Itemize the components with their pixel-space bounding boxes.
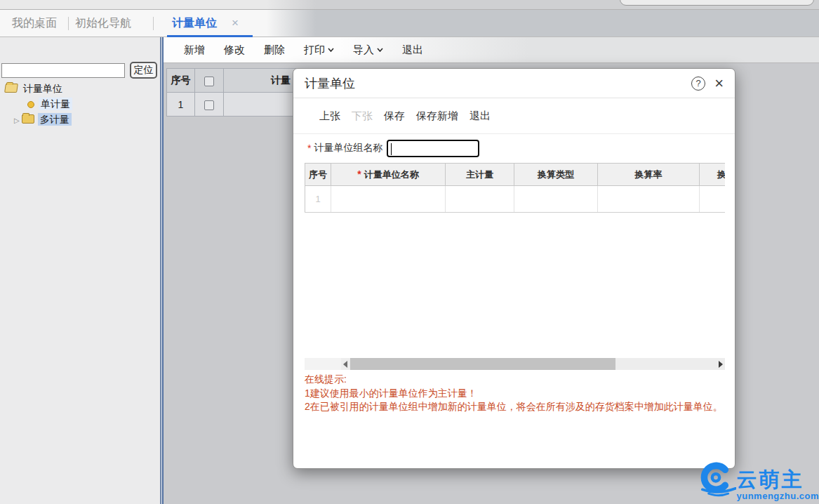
prev-record-button[interactable]: 上张	[319, 110, 340, 123]
print-dropdown-button[interactable]: 打印	[304, 44, 334, 57]
detail-header-row: 序号 *计量单位名称 主计量 换算类型 换算率 换	[305, 164, 726, 186]
scrollbar-thumb[interactable]	[350, 358, 615, 370]
select-all-checkbox[interactable]	[204, 77, 214, 86]
group-name-input[interactable]	[387, 140, 479, 157]
unit-detail-table-wrap: 序号 *计量单位名称 主计量 换算类型 换算率 换 1	[305, 163, 725, 213]
top-strip	[0, 0, 819, 10]
save-and-new-button[interactable]: 保存新增	[416, 110, 458, 123]
detail-main-unit-cell[interactable]	[446, 186, 514, 213]
unit-detail-table: 序号 *计量单位名称 主计量 换算类型 换算率 换 1	[305, 163, 725, 213]
scrollbar-track[interactable]	[615, 358, 716, 370]
save-button[interactable]: 保存	[384, 110, 405, 123]
col-index: 序号	[305, 164, 331, 186]
dialog-toolbar: 上张 下张 保存 保存新增 退出	[293, 98, 735, 134]
chevron-down-icon	[328, 48, 334, 52]
detail-row[interactable]: 1	[305, 186, 726, 213]
detail-name-cell[interactable]	[331, 186, 446, 213]
scroll-left-button[interactable]	[341, 358, 350, 370]
main-toolbar: 新增 修改 删除 打印 导入 退出	[164, 37, 819, 63]
tab-divider	[68, 17, 69, 30]
hint-line-2: 2在已被引用的计量单位组中增加新的计量单位，将会在所有涉及的存货档案中增加此计量…	[305, 400, 726, 414]
top-search-box-partial[interactable]	[620, 0, 814, 6]
edit-button[interactable]: 修改	[224, 44, 245, 57]
locate-button[interactable]: 定位	[130, 62, 157, 79]
measure-unit-dialog: 计量单位 ? × 上张 下张 保存 保存新增 退出 * 计量单位组名称 序号 *…	[293, 68, 735, 469]
help-icon[interactable]: ?	[691, 77, 705, 91]
row-index-cell: 1	[167, 93, 195, 117]
col-conversion-rate: 换算率	[598, 164, 700, 186]
tab-measure-unit[interactable]: 计量单位	[172, 10, 217, 37]
group-name-form-row: * 计量单位组名称	[293, 134, 735, 162]
tab-my-desktop[interactable]: 我的桌面	[12, 10, 57, 37]
exit-button[interactable]: 退出	[402, 44, 423, 57]
tree-item-label: 多计量	[38, 113, 72, 126]
tree-item-multi-unit[interactable]: ▷多计量	[0, 112, 160, 127]
col-clipped: 换	[700, 164, 726, 186]
dialog-header: 计量单位 ? ×	[293, 69, 735, 98]
add-button[interactable]: 新增	[184, 44, 205, 57]
dialog-title: 计量单位	[305, 75, 691, 92]
detail-conversion-rate-cell[interactable]	[598, 186, 700, 213]
close-icon[interactable]: ×	[714, 77, 724, 91]
required-asterisk: *	[357, 168, 361, 180]
chevron-down-icon	[377, 48, 383, 52]
col-unit-name: *计量单位名称	[331, 164, 446, 186]
tab-bar: 我的桌面 初始化导航 计量单位 ×	[0, 10, 819, 37]
folder-closed-icon	[22, 114, 34, 124]
dialog-exit-button[interactable]: 退出	[470, 110, 491, 123]
detail-clipped-cell[interactable]	[700, 186, 726, 213]
folder-open-icon	[4, 84, 18, 93]
delete-button[interactable]: 删除	[264, 44, 285, 57]
tree-item-single-unit[interactable]: 单计量	[0, 96, 160, 112]
tab-divider	[153, 17, 154, 30]
tab-init-nav[interactable]: 初始化导航	[75, 10, 131, 37]
detail-conversion-type-cell[interactable]	[514, 186, 598, 213]
scrollbar-spacer	[305, 358, 341, 370]
sidebar: 定位 计量单位 单计量 ▷多计量	[0, 37, 160, 504]
next-record-button: 下张	[352, 110, 373, 123]
watermark-name: 云萌主	[736, 468, 804, 491]
hint-line-1: 1建议使用最小的计量单位作为主计量！	[305, 387, 726, 401]
tree-item-label: 计量单位	[21, 82, 65, 95]
scroll-right-button[interactable]	[716, 358, 725, 370]
column-header-index: 序号	[167, 69, 195, 93]
detail-index-cell: 1	[305, 186, 331, 213]
text-cursor	[391, 143, 392, 155]
tab-close-icon[interactable]: ×	[232, 10, 239, 37]
col-conversion-type: 换算类型	[514, 164, 598, 186]
tree-item-label: 单计量	[39, 98, 72, 110]
tree-search-input[interactable]	[1, 63, 125, 78]
online-hints: 在线提示: 1建议使用最小的计量单位作为主计量！ 2在已被引用的计量单位组中增加…	[305, 373, 726, 414]
cloud-swirl-logo-icon	[694, 456, 736, 504]
site-watermark: 云萌主 yunmengzhu.com	[694, 455, 819, 504]
col-main-unit: 主计量	[446, 164, 514, 186]
column-header-checkbox	[195, 69, 224, 93]
bullet-dot-icon	[27, 101, 34, 108]
hint-title: 在线提示:	[305, 373, 726, 387]
expander-icon[interactable]: ▷	[14, 117, 20, 124]
tree-item-root[interactable]: 计量单位	[0, 81, 160, 96]
required-asterisk: *	[307, 142, 311, 154]
horizontal-scrollbar	[305, 358, 725, 370]
watermark-domain: yunmengzhu.com	[736, 491, 819, 501]
group-name-label: 计量单位组名称	[314, 142, 382, 154]
import-dropdown-button[interactable]: 导入	[353, 44, 383, 57]
row-checkbox-cell	[195, 93, 224, 117]
unit-tree: 计量单位 单计量 ▷多计量	[0, 81, 160, 127]
row-checkbox[interactable]	[204, 100, 214, 110]
